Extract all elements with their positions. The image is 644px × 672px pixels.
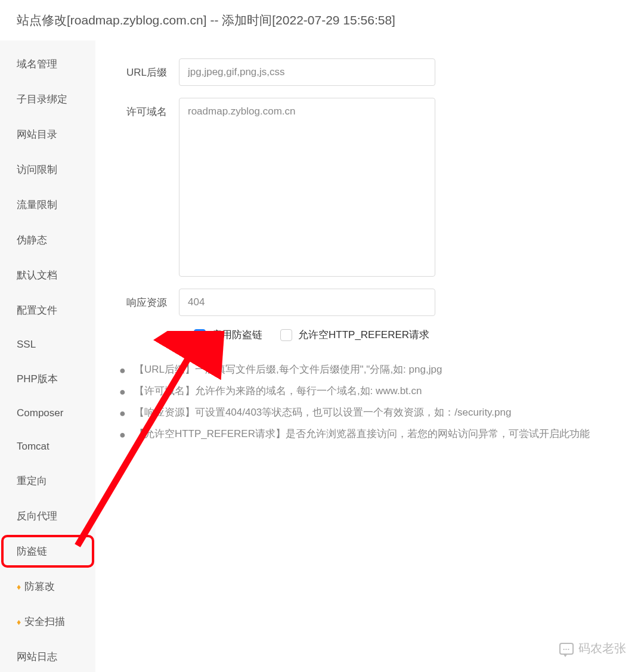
main-panel: URL后缀 许可域名 roadmap.zyblog.com.cn 响应资源 ✓ … xyxy=(95,41,644,672)
sidebar-item-antileech[interactable]: 防盗链 xyxy=(0,534,95,569)
sidebar-item-scan[interactable]: ♦安全扫描 xyxy=(0,604,95,639)
sidebar-item-label: 防篡改 xyxy=(24,580,55,593)
url-suffix-input[interactable] xyxy=(179,58,435,86)
empty-referer-label: 允许空HTTP_REFERER请求 xyxy=(298,328,429,342)
tip-item: ●【响应资源】可设置404/403等状态码，也可以设置一个有效资源，如：/sec… xyxy=(119,402,620,424)
sidebar-item-rewrite[interactable]: 伪静态 xyxy=(0,222,95,258)
diamond-icon: ♦ xyxy=(17,582,21,592)
sidebar-item-domain[interactable]: 域名管理 xyxy=(0,47,95,82)
sidebar-item-ssl[interactable]: SSL xyxy=(0,328,95,361)
sidebar-item-label: Tomcat xyxy=(17,441,49,453)
tip-item: ●【URL后缀】一般填写文件后缀,每个文件后缀使用","分隔,如: png,jp… xyxy=(119,360,620,381)
sidebar-item-label: 网站目录 xyxy=(17,128,57,141)
sidebar-item-label: Composer xyxy=(17,407,63,419)
main-container: 域名管理 子目录绑定 网站目录 访问限制 流量限制 伪静态 默认文档 配置文件 … xyxy=(0,41,644,672)
sidebar-item-label: 流量限制 xyxy=(17,198,57,212)
sidebar-item-composer[interactable]: Composer xyxy=(0,397,95,430)
tip-item: ●【允许空HTTP_REFERER请求】是否允许浏览器直接访问，若您的网站访问异… xyxy=(119,424,620,445)
sidebar-item-logs[interactable]: 网站日志 xyxy=(0,639,95,672)
check-icon: ✓ xyxy=(197,330,203,339)
sidebar-item-php[interactable]: PHP版本 xyxy=(0,361,95,397)
sidebar-item-default-doc[interactable]: 默认文档 xyxy=(0,258,95,293)
sidebar-item-label: 域名管理 xyxy=(17,57,57,71)
sidebar-item-subdir[interactable]: 子目录绑定 xyxy=(0,82,95,117)
diamond-icon: ♦ xyxy=(17,617,21,627)
allow-domain-textarea[interactable]: roadmap.zyblog.com.cn xyxy=(179,98,435,277)
sidebar-item-access[interactable]: 访问限制 xyxy=(0,152,95,187)
sidebar-item-config[interactable]: 配置文件 xyxy=(0,293,95,328)
sidebar-item-label: PHP版本 xyxy=(17,372,58,386)
chat-icon: ••• xyxy=(559,643,574,655)
sidebar-item-traffic[interactable]: 流量限制 xyxy=(0,187,95,222)
sidebar-item-label: 默认文档 xyxy=(17,268,57,282)
response-input[interactable] xyxy=(179,289,435,316)
sidebar-item-label: SSL xyxy=(17,339,36,351)
enable-antileech-checkbox[interactable]: ✓ xyxy=(194,329,206,341)
sidebar-item-redirect[interactable]: 重定向 xyxy=(0,463,95,498)
sidebar-item-sitedir[interactable]: 网站目录 xyxy=(0,117,95,152)
sidebar-item-label: 防盗链 xyxy=(17,544,47,558)
sidebar-item-label: 重定向 xyxy=(17,474,47,488)
response-label: 响应资源 xyxy=(119,289,179,316)
tip-text: 【许可域名】允许作为来路的域名，每行一个域名,如: www.bt.cn xyxy=(134,381,422,401)
watermark: ••• 码农老张 xyxy=(559,640,626,656)
sidebar-item-label: 子目录绑定 xyxy=(17,92,67,106)
sidebar: 域名管理 子目录绑定 网站目录 访问限制 流量限制 伪静态 默认文档 配置文件 … xyxy=(0,41,95,672)
sidebar-item-proxy[interactable]: 反向代理 xyxy=(0,498,95,534)
bullet-icon: ● xyxy=(119,381,126,402)
bullet-icon: ● xyxy=(119,402,126,424)
enable-antileech-label: 启用防盗链 xyxy=(212,328,262,342)
tip-item: ●【许可域名】允许作为来路的域名，每行一个域名,如: www.bt.cn xyxy=(119,381,620,402)
allow-domain-label: 许可域名 xyxy=(119,98,179,277)
tips-list: ●【URL后缀】一般填写文件后缀,每个文件后缀使用","分隔,如: png,jp… xyxy=(119,360,620,445)
header-title: 站点修改[roadmap.zyblog.com.cn] -- 添加时间[2022… xyxy=(0,0,644,41)
sidebar-item-label: 访问限制 xyxy=(17,163,57,176)
bullet-icon: ● xyxy=(119,424,126,445)
sidebar-item-label: 网站日志 xyxy=(17,650,57,664)
empty-referer-checkbox[interactable] xyxy=(280,329,292,341)
sidebar-item-label: 伪静态 xyxy=(17,233,47,247)
watermark-text: 码农老张 xyxy=(578,640,626,656)
url-suffix-label: URL后缀 xyxy=(119,58,179,86)
tip-text: 【响应资源】可设置404/403等状态码，也可以设置一个有效资源，如：/secu… xyxy=(134,402,512,423)
sidebar-item-label: 反向代理 xyxy=(17,509,57,523)
sidebar-item-label: 配置文件 xyxy=(17,304,57,317)
sidebar-item-label: 安全扫描 xyxy=(24,615,65,628)
sidebar-item-tamper[interactable]: ♦防篡改 xyxy=(0,569,95,604)
tip-text: 【允许空HTTP_REFERER请求】是否允许浏览器直接访问，若您的网站访问异常… xyxy=(134,424,590,444)
bullet-icon: ● xyxy=(119,360,126,381)
tip-text: 【URL后缀】一般填写文件后缀,每个文件后缀使用","分隔,如: png,jpg xyxy=(134,360,442,380)
sidebar-item-tomcat[interactable]: Tomcat xyxy=(0,430,95,463)
